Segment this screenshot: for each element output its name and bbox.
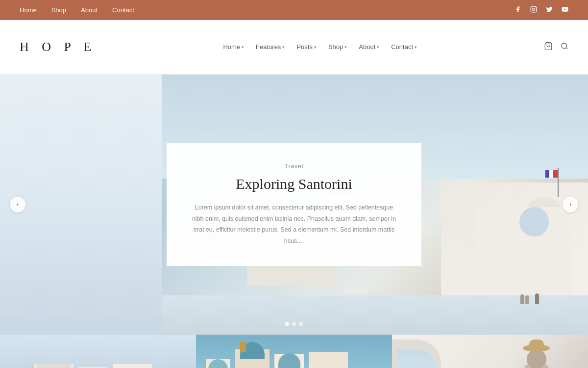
topbar-nav-about[interactable]: About: [81, 6, 98, 14]
facebook-icon[interactable]: [514, 6, 521, 15]
category-card-travel[interactable]: Travel: [196, 335, 392, 368]
hero-slider: Travel Exploring Santorini Lorem ipsum d…: [0, 75, 588, 335]
lifestyle-bg: [0, 335, 196, 368]
chevron-down-icon: ▾: [282, 45, 285, 50]
search-icon[interactable]: [561, 42, 568, 52]
svg-point-5: [562, 43, 567, 49]
top-bar: Home Shop About Contact: [0, 0, 588, 20]
topbar-nav-shop[interactable]: Shop: [51, 6, 66, 14]
nav-shop[interactable]: Shop ▾: [324, 41, 351, 53]
slider-dot-1[interactable]: [285, 322, 289, 326]
cart-icon[interactable]: [544, 42, 553, 53]
chevron-down-icon: ▾: [344, 45, 347, 50]
slider-dots: [285, 322, 303, 326]
nav-posts[interactable]: Posts ▾: [293, 41, 320, 53]
main-nav: Home ▾ Features ▾ Posts ▾ Shop ▾ About ▾…: [219, 41, 421, 53]
slider-next-button[interactable]: ›: [563, 197, 578, 212]
fashion-bg: [392, 335, 588, 368]
instagram-icon[interactable]: [530, 6, 537, 15]
chevron-down-icon: ▾: [415, 45, 417, 50]
slider-dot-2[interactable]: [292, 322, 296, 326]
slide-excerpt: Lorem ipsum dolor sit amet, consectetur …: [191, 202, 397, 246]
top-bar-nav: Home Shop About Contact: [20, 6, 134, 14]
topbar-nav-home[interactable]: Home: [20, 6, 37, 14]
topbar-nav-contact[interactable]: Contact: [112, 6, 134, 14]
category-card-fashion[interactable]: Fashion: [392, 335, 588, 368]
slider-prev-button[interactable]: ‹: [10, 197, 25, 212]
svg-point-1: [533, 8, 535, 10]
chevron-down-icon: ▾: [377, 45, 379, 50]
svg-rect-0: [531, 6, 537, 12]
slide-category: Travel: [191, 163, 397, 170]
twitter-icon[interactable]: [546, 6, 553, 15]
nav-contact[interactable]: Contact ▾: [387, 41, 421, 53]
top-bar-social: [514, 6, 568, 15]
header-icons: [544, 42, 568, 53]
chevron-down-icon: ▾: [242, 45, 244, 50]
youtube-icon[interactable]: [562, 6, 568, 15]
nav-features[interactable]: Features ▾: [252, 41, 289, 53]
categories-section: Lifestyle Travel: [0, 335, 588, 368]
slide-title: Exploring Santorini: [191, 176, 397, 192]
slide-card: Travel Exploring Santorini Lorem ipsum d…: [167, 143, 421, 266]
main-header: H O P E Home ▾ Features ▾ Posts ▾ Shop ▾…: [0, 20, 588, 74]
svg-point-2: [535, 7, 536, 8]
svg-line-6: [566, 48, 567, 49]
slider-dot-3[interactable]: [299, 322, 303, 326]
nav-about[interactable]: About ▾: [355, 41, 383, 53]
site-logo[interactable]: H O P E: [20, 40, 96, 54]
nav-home[interactable]: Home ▾: [219, 41, 248, 53]
category-card-lifestyle[interactable]: Lifestyle: [0, 335, 196, 368]
travel-bg: [196, 335, 392, 368]
chevron-down-icon: ▾: [314, 45, 317, 50]
